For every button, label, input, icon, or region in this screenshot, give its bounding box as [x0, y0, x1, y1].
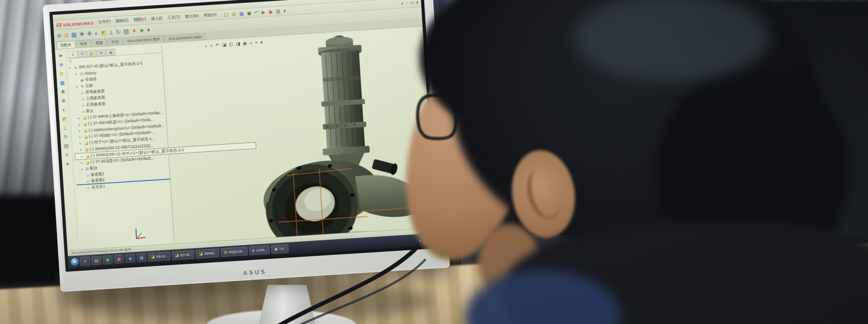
insert-component-icon[interactable]: ⊕ — [57, 33, 62, 39]
expand-arrow-icon[interactable]: ▸ — [79, 135, 82, 139]
taskbar-app-browser[interactable]: e — [80, 257, 90, 266]
photo-scene: 300-327-45 * ∂S SOLIDWORKS 文件(F)编辑(E)视图(… — [0, 0, 868, 324]
taskbar-window-button[interactable]: ▣7.5... — [271, 244, 288, 254]
taskbar-window-label: 327-45... — [180, 253, 192, 257]
tree-item-label: 传感器 — [85, 76, 97, 83]
monitor-stand-column — [259, 285, 316, 324]
taskbar-window-button[interactable]: ◪300-32... — [148, 252, 170, 262]
show-hide-components-icon[interactable]: ◐ — [94, 30, 99, 36]
origin-icon: ⌖ — [82, 109, 85, 114]
tree-item-label: 基准面1 — [90, 171, 104, 178]
tree-item-label: 基准面3 — [91, 184, 105, 190]
sw-community-sphere-icon[interactable]: ◔ — [406, 1, 408, 5]
select-tool-icon[interactable]: ➤ — [58, 53, 63, 59]
bom-tool-icon[interactable]: ▤ — [64, 143, 69, 149]
expand-arrow-icon[interactable]: ▸ — [80, 148, 83, 151]
expand-arrow-icon[interactable]: ▸ — [75, 72, 79, 76]
rebuild-traffic-light-icon[interactable]: ◉ — [268, 9, 273, 14]
part-icon: ◪ — [84, 141, 88, 146]
insert-components-icon[interactable]: ⊕ — [59, 62, 64, 68]
expand-arrow-icon[interactable]: ▾ — [69, 66, 72, 70]
taskbar-app-chat[interactable]: ◉ — [103, 255, 113, 264]
reference-tool-icon[interactable]: ⟂ — [63, 125, 67, 130]
remote-monitor-icon[interactable]: ▭ — [410, 0, 414, 5]
taskbar-window-button[interactable]: ◪150WQ... — [196, 249, 219, 258]
menu-item[interactable]: 编辑(E) — [115, 18, 128, 24]
move-tool-icon[interactable]: ✥ — [61, 99, 66, 104]
mates-icon: ⧉ — [86, 166, 89, 171]
viewport[interactable]: ⌕⌗↶◪◰◨◉◕◓▾ — [55, 28, 435, 250]
filter-icon[interactable]: ▽ — [69, 59, 72, 63]
start-button[interactable]: ❖ — [71, 258, 79, 266]
expand-arrow-icon[interactable]: ▸ — [78, 116, 81, 120]
taskbar-app-office[interactable]: ▦ — [137, 253, 146, 262]
fastener-tool-icon[interactable]: ✱ — [61, 89, 65, 95]
pattern-tool-icon[interactable]: ▦ — [60, 80, 65, 86]
open-folder-icon[interactable]: ▤ — [231, 11, 236, 17]
taskbar-app-cad[interactable]: ◈ — [125, 254, 135, 263]
ribbon-tab[interactable]: 草图 — [91, 39, 107, 47]
bill-of-materials-icon[interactable]: ▤ — [123, 28, 129, 34]
menu-item[interactable]: 窗口(W) — [185, 14, 199, 20]
feature-tree: ▾ ❖ 300-327-45 (默认<默认_显示状态-1>) ▸ ◷ Histo… — [67, 58, 170, 192]
assembly-feature-tool-icon[interactable]: ◩ — [62, 116, 67, 122]
reference-geometry-icon[interactable]: ⟂ — [109, 29, 113, 36]
menu-item[interactable]: 插入(I) — [151, 16, 163, 22]
ribbon-tab[interactable]: 装配体 — [56, 41, 75, 49]
ribbon-tab[interactable]: 布局 — [75, 40, 91, 48]
mate-tool-icon[interactable]: ⧉ — [60, 71, 64, 76]
exploded-view-icon[interactable]: ✶ — [132, 28, 137, 34]
expand-arrow-icon[interactable]: ▸ — [81, 167, 85, 171]
ribbon-tab[interactable]: SOLIDWORKS MBD — [164, 33, 206, 42]
expand-arrow-icon[interactable]: ▸ — [80, 141, 83, 145]
new-motion-study-icon[interactable]: ↻ — [116, 29, 121, 35]
displaymanager-tab-icon[interactable]: ◉ — [106, 48, 116, 56]
expand-arrow-icon[interactable]: ▸ — [76, 85, 79, 89]
taskbar-window-button[interactable]: ▤WQ(D)-45... — [221, 247, 248, 257]
mate-icon[interactable]: ⧉ — [64, 32, 69, 38]
expand-arrow-icon[interactable]: ▸ — [81, 161, 84, 164]
menu-item[interactable]: 帮助(H) — [203, 12, 217, 19]
propertymanager-tab-icon[interactable]: ✎ — [78, 50, 87, 57]
tree-item-label: History — [85, 70, 97, 76]
more-commands-icon[interactable]: ▾ — [147, 27, 150, 33]
options-icon[interactable]: ▥ — [276, 8, 281, 14]
taskbar-window-button[interactable]: ◪327-45... — [172, 250, 194, 260]
asus-monitor: 300-327-45 * ∂S SOLIDWORKS 文件(F)编辑(E)视图(… — [42, 0, 450, 292]
configurationmanager-tab-icon[interactable]: ◧ — [87, 50, 97, 57]
expand-arrow-icon[interactable]: ▸ — [79, 122, 82, 126]
ribbon-tab[interactable]: 评估 — [107, 38, 123, 46]
taskbar-window-icon: ◪ — [175, 254, 179, 258]
print-icon[interactable]: ▣ — [247, 10, 252, 16]
linear-pattern-icon[interactable]: ▦ — [71, 32, 77, 38]
menu-item[interactable]: 工具(T) — [167, 14, 180, 21]
featuremanager-tab-icon[interactable]: ❖ — [68, 51, 78, 58]
collapse-strip-icon[interactable]: ▾ — [66, 161, 69, 166]
taskbar-window-button[interactable]: ◈CAXA... — [249, 245, 270, 255]
solidworks-logo-mark-icon: ∂S — [56, 22, 62, 28]
assembly-features-icon[interactable]: ◩ — [101, 30, 107, 36]
sw-resources-sphere-icon[interactable]: ◕ — [401, 1, 403, 5]
explode-tool-icon[interactable]: ✶ — [65, 152, 69, 158]
part-icon: ◪ — [83, 122, 87, 127]
smart-fasteners-icon[interactable]: ✱ — [79, 31, 85, 38]
instant3d-icon[interactable]: ➤ — [139, 27, 145, 33]
plane-icon: ▱ — [87, 179, 90, 183]
expand-arrow-icon[interactable]: ▸ — [81, 155, 84, 158]
menu-item[interactable]: 文件(F) — [98, 19, 111, 25]
undo-icon[interactable]: ↶ — [255, 9, 259, 15]
motion-tool-icon[interactable]: ↻ — [64, 134, 68, 140]
collapse-arrow-icon[interactable]: ▾ — [416, 0, 419, 5]
new-document-icon[interactable]: ▢ — [224, 12, 229, 18]
dimxpertmanager-tab-icon[interactable]: ✦ — [97, 49, 106, 56]
taskbar-app-red[interactable]: ▣ — [114, 254, 124, 263]
save-icon[interactable]: ▦ — [239, 10, 244, 16]
expand-arrow-icon[interactable]: ▸ — [79, 129, 82, 132]
move-component-icon[interactable]: ✥ — [87, 31, 92, 37]
taskbar-window-icon: ◪ — [199, 252, 203, 256]
play-icon[interactable]: ▶ — [261, 9, 265, 14]
taskbar-app-explorer[interactable]: ▤ — [91, 256, 101, 265]
menu-item[interactable]: 视图(V) — [133, 17, 146, 23]
more-tools-icon[interactable]: ▾ — [283, 8, 286, 14]
show-hide-tool-icon[interactable]: ◐ — [62, 108, 66, 113]
